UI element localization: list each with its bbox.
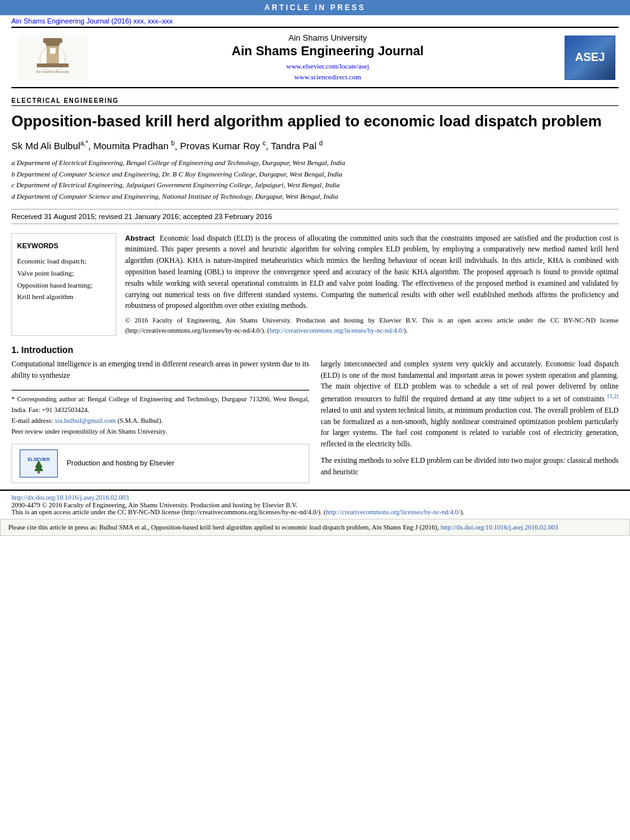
footnote-box: * Corresponding author at: Bengal Colleg… [11,390,309,437]
copyright-notice: © 2016 Faculty of Engineering, Ain Shams… [125,316,619,336]
header-center: Ain Shams University Ain Shams Engineeri… [94,33,561,82]
article-body: ELECTRICAL ENGINEERING Opposition-based … [0,97,630,483]
keyword-3: Opposition based learning; [17,279,111,291]
article-in-press-bar: ARTICLE IN PRESS [0,0,630,15]
abstract-body: Economic load dispatch (ELD) is the proc… [125,234,619,310]
keyword-2: Valve point loading; [17,267,111,279]
email-name: (S.M.A. Bulbul). [117,417,163,424]
intro-left-text: Computational intelligence is an emergin… [11,359,309,382]
doi-line[interactable]: http://dx.doi.org/10.1016/j.asej.2016.02… [11,494,619,501]
keyword-1: Economic load dispatch; [17,255,111,267]
oa-line: This is an open access article under the… [11,509,619,516]
website1[interactable]: www.elsevier.com/locate/asej [94,61,561,72]
abstract-section: KEYWORDS Economic load dispatch; Valve p… [11,233,619,336]
keyword-4: Krill herd algorithm [17,291,111,303]
elsevier-text: Production and hosting by Elsevier [67,458,174,469]
intro-right-text: largely interconnected and complex syste… [321,359,619,450]
intro-right-col: largely interconnected and complex syste… [321,359,619,483]
svg-text:Ain Shams University: Ain Shams University [36,70,70,74]
intro-heading: 1. Introduction [11,345,619,355]
journal-name: Ain Shams Engineering Journal [94,44,561,58]
article-title: Opposition-based krill herd algorithm ap… [11,111,619,131]
abstract-label: Abstract [125,234,155,242]
received-line: Received 31 August 2015; revised 21 Janu… [11,209,619,224]
header-links: www.elsevier.com/locate/asej www.science… [94,61,561,82]
svg-rect-6 [57,40,60,44]
cite-link[interactable]: http://dx.doi.org/10.1016/j.asej.2016.02… [441,524,558,531]
asej-logo: ASEJ [565,36,615,80]
cite-box: Please cite this article in press as: Bu… [0,519,630,537]
other-authors: , Moumita Pradhan [88,140,171,151]
author-sup-d: d [319,140,323,147]
issn-line: 2090-4479 © 2016 Faculty of Engineering,… [11,502,619,509]
affiliations: a Department of Electrical Engineering, … [11,157,619,202]
svg-rect-4 [50,48,56,54]
intro-section: 1. Introduction Computational intelligen… [11,345,619,483]
keywords-title: KEYWORDS [17,240,111,252]
affiliation-c: c Department of Electrical Engineering, … [11,180,619,191]
logo-left: Ain Shams University [11,35,94,81]
authors: Sk Md Ali Bulbula,*, Moumita Pradhan b, … [11,140,619,151]
header-section: Ain Shams University Ain Shams Universit… [11,27,619,88]
author-sup-a: a, [80,140,85,147]
cite-text: Please cite this article in press as: Bu… [8,524,441,531]
university-name: Ain Shams University [94,33,561,43]
first-author: Sk Md Ali Bulbul [11,140,80,151]
peer-review-note: Peer review under responsibility of Ain … [11,427,309,437]
footnote-email: E-mail address: sss.bulbul@gmail.com (S.… [11,416,309,427]
keywords-col: KEYWORDS Economic load dispatch; Valve p… [11,233,116,336]
website2[interactable]: www.sciencedirect.com [94,72,561,83]
email-link[interactable]: sss.bulbul@gmail.com [55,417,116,424]
affiliation-d: d Department of Computer Science and Eng… [11,191,619,203]
doi-link[interactable]: http://dx.doi.org/10.1016/j.asej.2016.02… [11,494,129,501]
affiliation-a: a Department of Electrical Engineering, … [11,157,619,169]
elsevier-footer-box: ELSEVIER Production and hosting by Elsev… [11,444,309,483]
author-pkreoy: , Provas Kumar Roy [175,140,262,151]
svg-rect-5 [46,40,48,44]
author-pal: , Tandra Pal [266,140,319,151]
bottom-bar: http://dx.doi.org/10.1016/j.asej.2016.02… [0,490,630,519]
elsevier-logo: ELSEVIER [20,450,58,477]
abstract-text: Abstract Economic load dispatch (ELD) is… [125,233,619,336]
affiliation-b: b Department of Computer Science and Eng… [11,169,619,180]
intro-right-text-2: The existing methods to solve ELD proble… [321,455,619,478]
footnote-star: * Corresponding author at: Bengal Colleg… [11,394,309,416]
abstract-col: Abstract Economic load dispatch (ELD) is… [125,233,619,336]
intro-body: Computational intelligence is an emergin… [11,359,619,483]
svg-rect-14 [37,471,40,474]
svg-rect-7 [37,63,69,67]
oa-link[interactable]: http://creativecommons.org/licenses/by-n… [326,509,460,516]
section-label: ELECTRICAL ENGINEERING [11,97,619,106]
logo-right: ASEJ [561,36,619,80]
journal-ref-link[interactable]: Ain Shams Engineering Journal (2016) xxx… [0,15,630,27]
intro-left-col: Computational intelligence is an emergin… [11,359,309,483]
cc-link[interactable]: http://creativecommons.org/licenses/by-n… [269,327,404,334]
email-label: E-mail address: [11,417,53,424]
